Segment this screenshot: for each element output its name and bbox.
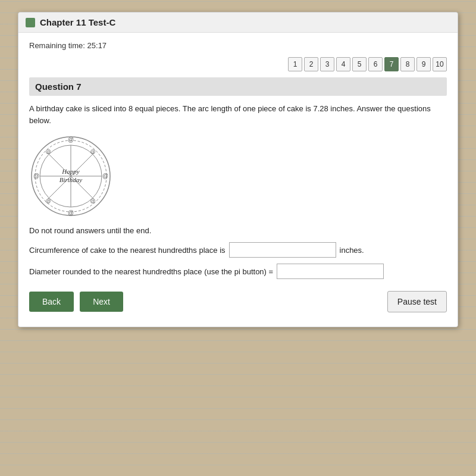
- nav-btn-2[interactable]: 2: [304, 57, 318, 71]
- circumference-row: Circumference of cake to the nearest hun…: [29, 242, 447, 258]
- svg-text:Happy: Happy: [61, 168, 79, 175]
- nav-btn-10[interactable]: 10: [433, 57, 447, 71]
- main-window: Chapter 11 Test-C Remaining time: 25:17 …: [18, 12, 458, 327]
- circumference-suffix: inches.: [340, 246, 364, 255]
- question-header: Question 7: [29, 77, 447, 96]
- button-row: Back Next Pause test: [29, 291, 447, 318]
- timer-row: Remaining time: 25:17: [29, 41, 447, 50]
- nav-btn-8[interactable]: 8: [400, 57, 415, 71]
- svg-text:@: @: [45, 198, 51, 204]
- instruction-text: Do not round answers until the end.: [29, 226, 447, 235]
- nav-btn-4[interactable]: 4: [336, 57, 350, 71]
- svg-text:@: @: [68, 209, 74, 216]
- svg-text:@: @: [45, 149, 51, 155]
- timer-value: 25:17: [87, 41, 107, 50]
- content-area: Remaining time: 25:17 12345678910 Questi…: [18, 33, 458, 327]
- svg-text:@: @: [102, 173, 108, 179]
- svg-text:@: @: [68, 136, 74, 143]
- circumference-input[interactable]: [229, 242, 336, 258]
- nav-btn-7[interactable]: 7: [384, 57, 399, 71]
- window-title: Chapter 11 Test-C: [40, 17, 115, 27]
- svg-text:Birthday: Birthday: [60, 176, 83, 183]
- nav-btn-3[interactable]: 3: [320, 57, 334, 71]
- diameter-input[interactable]: [277, 264, 384, 279]
- pause-test-button[interactable]: Pause test: [387, 291, 447, 312]
- circumference-label: Circumference of cake to the nearest hun…: [29, 246, 226, 255]
- diameter-label: Diameter rounded to the nearest hundredt…: [29, 267, 273, 276]
- svg-text:@: @: [90, 198, 95, 204]
- nav-btn-5[interactable]: 5: [352, 57, 367, 71]
- back-button[interactable]: Back: [29, 292, 74, 312]
- diameter-row: Diameter rounded to the nearest hundredt…: [29, 264, 447, 279]
- nav-btn-1[interactable]: 1: [288, 57, 302, 71]
- question-text: A birthday cake is sliced into 8 equal p…: [29, 103, 447, 126]
- title-bar: Chapter 11 Test-C: [18, 12, 458, 33]
- next-button[interactable]: Next: [80, 292, 123, 312]
- nav-btn-6[interactable]: 6: [368, 57, 383, 71]
- svg-text:@: @: [90, 149, 95, 155]
- chapter-icon: [26, 18, 35, 27]
- cake-image: @ @ @ @ @ @ @ @ Happy Birthday: [29, 134, 112, 218]
- question-navigation: 12345678910: [29, 57, 447, 71]
- timer-label: Remaining time:: [29, 41, 85, 50]
- nav-btn-9[interactable]: 9: [416, 57, 431, 71]
- left-buttons: Back Next: [29, 292, 123, 312]
- svg-text:@: @: [33, 173, 39, 179]
